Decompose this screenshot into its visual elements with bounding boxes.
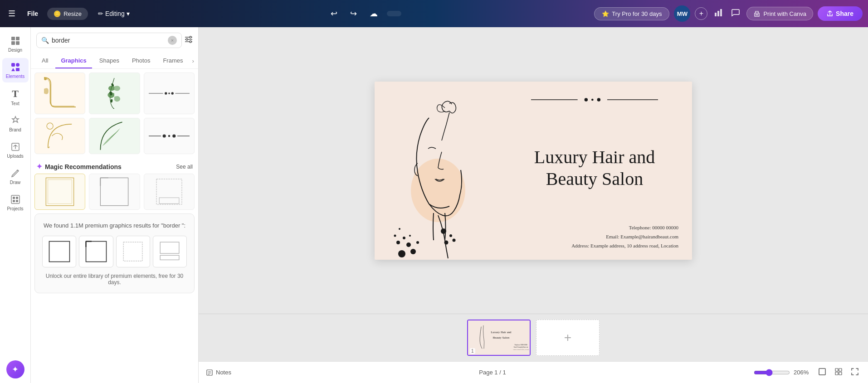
editing-button[interactable]: ✏ Editing ▾ <box>93 7 134 20</box>
svg-point-64 <box>394 234 396 237</box>
salon-title-line2: Beauty Salon <box>546 169 643 189</box>
svg-point-65 <box>409 235 411 237</box>
sidebar-item-uploads[interactable]: Uploads <box>2 138 29 162</box>
svg-point-33 <box>165 92 167 94</box>
salon-title: Luxury Hair and Beauty Salon <box>534 146 655 190</box>
tab-graphics[interactable]: Graphics <box>55 53 92 68</box>
svg-point-74 <box>597 98 600 101</box>
tab-shapes[interactable]: Shapes <box>94 53 125 68</box>
svg-text:Address: Example address, Loca: Address: Example address, Location <box>513 349 529 350</box>
thumbnail-strip: Luxury Hair and Beauty Salon Telephone: … <box>199 314 868 361</box>
svg-rect-8 <box>16 41 20 45</box>
zoom-label: 206% <box>794 369 812 376</box>
thumb-floral[interactable] <box>89 73 140 114</box>
left-sidebar: Design Elements T Text Brand <box>0 27 31 383</box>
sidebar-item-projects[interactable]: Projects <box>2 190 29 215</box>
tab-frames[interactable]: Frames <box>157 53 188 68</box>
zoom-slider[interactable] <box>754 369 790 376</box>
panel-scroll[interactable]: ✦ Magic Recommendations See all <box>31 69 198 383</box>
canvas-scroll[interactable]: Luxury Hair and Beauty Salon Telephone: … <box>199 27 868 314</box>
sidebar-item-brand[interactable]: Brand <box>2 112 29 136</box>
file-button[interactable]: File <box>24 7 42 20</box>
svg-point-28 <box>44 78 47 80</box>
premium-banner: We found 1.1M premium graphics results f… <box>34 213 195 293</box>
magic-grid <box>34 174 195 210</box>
svg-point-66 <box>399 228 400 230</box>
page-info: Page 1 / 1 <box>479 369 506 376</box>
comment-button[interactable] <box>729 6 742 21</box>
hamburger-button[interactable]: ☰ <box>5 6 18 21</box>
paragraph-text-label[interactable] <box>387 11 401 16</box>
add-page-button[interactable]: + <box>536 320 600 356</box>
tab-all[interactable]: All <box>36 53 54 68</box>
view-grid-button[interactable] <box>833 366 844 379</box>
search-input[interactable] <box>52 37 168 44</box>
try-pro-button[interactable]: ⭐ Try Pro for 30 days <box>594 7 669 20</box>
notes-button[interactable]: Notes <box>206 369 231 376</box>
design-icon <box>10 35 21 46</box>
top-results-grid <box>34 73 195 114</box>
svg-point-72 <box>585 98 588 101</box>
svg-rect-48 <box>156 179 182 204</box>
magic-thumb-3[interactable] <box>144 174 195 210</box>
editing-label: Editing <box>105 10 125 17</box>
clear-search-button[interactable]: × <box>168 36 177 45</box>
cloud-save-button[interactable]: ☁ <box>366 7 381 20</box>
premium-thumb-2[interactable] <box>79 236 113 267</box>
resize-button[interactable]: 🪙 Resize <box>47 8 88 20</box>
print-button[interactable]: Print with Canva <box>746 7 813 20</box>
svg-rect-9 <box>11 63 15 67</box>
sidebar-item-design[interactable]: Design <box>2 32 29 56</box>
thumb-scroll-corner[interactable] <box>34 118 85 154</box>
magic-thumb-1[interactable] <box>34 174 85 210</box>
share-button[interactable]: Share <box>818 6 863 21</box>
add-team-button[interactable]: + <box>695 7 707 20</box>
svg-point-39 <box>162 134 166 137</box>
svg-rect-10 <box>16 63 20 67</box>
notes-icon <box>206 369 213 376</box>
svg-rect-90 <box>839 372 842 375</box>
undo-button[interactable]: ↩ <box>327 7 341 20</box>
svg-rect-14 <box>11 195 20 204</box>
projects-icon <box>10 194 21 205</box>
magic-thumb-2[interactable] <box>89 174 140 210</box>
redo-button[interactable]: ↪ <box>346 7 361 20</box>
thumb-gold-corner[interactable] <box>34 73 85 114</box>
sidebar-label-uploads: Uploads <box>7 154 24 159</box>
thumb-dotdash[interactable] <box>144 118 195 154</box>
filter-button[interactable] <box>185 35 193 46</box>
page-number-1: 1 <box>470 348 475 354</box>
search-input-wrap[interactable]: 🔍 × <box>36 33 182 48</box>
search-icon: 🔍 <box>41 37 49 44</box>
stats-button[interactable] <box>712 6 725 21</box>
thumb-leaf[interactable] <box>89 118 140 154</box>
resize-label: Resize <box>63 10 82 17</box>
svg-text:Luxury Hair and: Luxury Hair and <box>491 330 512 334</box>
svg-rect-45 <box>101 178 128 205</box>
thumb-deco-line[interactable] <box>144 73 195 114</box>
view-single-button[interactable] <box>816 366 828 379</box>
share-label: Share <box>836 10 853 17</box>
bottom-bar: Notes Page 1 / 1 206% <box>199 361 868 383</box>
svg-point-58 <box>398 250 405 257</box>
salon-email: Email: Example@hairandbeaut.com <box>511 233 678 242</box>
magic-button[interactable]: ✦ <box>6 360 24 378</box>
tab-photos[interactable]: Photos <box>127 53 156 68</box>
sidebar-item-text[interactable]: T Text <box>2 84 29 110</box>
premium-thumb-1[interactable] <box>42 236 76 267</box>
sidebar-item-elements[interactable]: Elements <box>2 58 29 82</box>
add-page-icon: + <box>564 330 571 345</box>
tabs-scroll-right[interactable]: › <box>190 53 195 68</box>
fullscreen-button[interactable] <box>849 366 861 379</box>
premium-thumb-3[interactable] <box>116 236 150 267</box>
design-canvas[interactable]: Luxury Hair and Beauty Salon Telephone: … <box>375 82 692 260</box>
zoom-controls: 206% <box>754 369 812 376</box>
svg-rect-86 <box>819 368 825 375</box>
page-1-thumbnail[interactable]: Luxury Hair and Beauty Salon Telephone: … <box>467 320 531 356</box>
avatar-button[interactable]: MW <box>674 5 690 22</box>
sidebar-item-draw[interactable]: Draw <box>2 164 29 189</box>
sidebar-label-design: Design <box>8 48 22 53</box>
premium-thumb-4[interactable] <box>153 236 187 267</box>
see-all-button[interactable]: See all <box>176 164 193 170</box>
svg-rect-17 <box>13 200 15 202</box>
